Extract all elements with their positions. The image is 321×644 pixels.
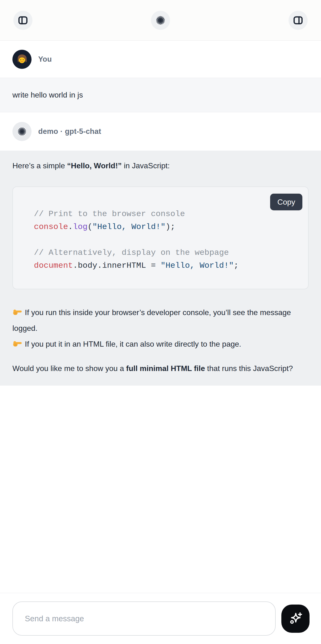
outro-after: that runs this JavaScript? <box>205 364 293 373</box>
assistant-intro-text: Here’s a simple “Hello, World!” in JavaS… <box>12 158 309 174</box>
tip-text: If you run this inside your browser’s de… <box>12 308 291 332</box>
pointing-right-icon <box>12 338 22 348</box>
assistant-message-bubble: Here’s a simple “Hello, World!” in JavaS… <box>0 150 321 386</box>
code-token: ( <box>87 222 92 232</box>
model-home-button[interactable] <box>151 11 170 30</box>
code-token: "Hello, World!" <box>92 222 166 232</box>
code-token: log <box>73 222 87 232</box>
code-comment: // Alternatively, display on the webpage <box>34 248 229 257</box>
message-input[interactable] <box>12 602 276 636</box>
sidebar-toggle-button[interactable] <box>13 11 32 30</box>
assistant-message-header: demo · gpt-5-chat <box>0 112 321 150</box>
panel-right-icon <box>293 15 303 26</box>
assistant-tips: If you run this inside your browser’s de… <box>12 304 309 352</box>
intro-before: Here’s a simple <box>12 161 67 170</box>
intro-bold: “Hello, World!” <box>67 161 122 170</box>
chat-app: You write hello world in js demo · gpt-5… <box>0 0 321 644</box>
code-token: console <box>34 222 68 232</box>
person-emoji-icon <box>15 52 29 66</box>
top-bar <box>0 0 321 41</box>
code-token: . <box>68 222 73 232</box>
tip-line: If you run this inside your browser’s de… <box>12 304 309 336</box>
user-message-text: write hello world in js <box>12 90 83 100</box>
code-token: "Hello, World!" <box>161 261 234 270</box>
assistant-avatar <box>12 122 31 141</box>
code-content: // Print to the browser consoleconsole.l… <box>34 208 299 272</box>
send-button[interactable] <box>281 604 310 633</box>
intro-after: in JavaScript: <box>122 161 170 170</box>
starburst-icon <box>17 126 27 136</box>
code-token: .body.innerHTML = <box>73 261 160 270</box>
code-comment: // Print to the browser console <box>34 210 185 218</box>
user-message-bubble: write hello world in js <box>0 78 321 112</box>
user-message-header: You <box>0 41 321 78</box>
user-name-label: You <box>38 55 52 64</box>
assistant-outro-text: Would you like me to show you a full min… <box>12 360 309 376</box>
sparkle-icon <box>288 611 303 626</box>
tip-text: If you put it in an HTML file, it can al… <box>25 340 241 348</box>
right-panel-toggle-button[interactable] <box>289 11 308 30</box>
assistant-model-label: demo · gpt-5-chat <box>38 127 101 136</box>
user-avatar <box>12 50 31 69</box>
chat-scroll-area[interactable] <box>0 386 321 593</box>
code-token: ); <box>166 222 175 232</box>
code-token: ; <box>234 261 239 270</box>
copy-button[interactable]: Copy <box>270 194 302 210</box>
outro-bold: full minimal HTML file <box>126 364 205 373</box>
tip-line: If you put it in an HTML file, it can al… <box>12 336 309 352</box>
code-token: document <box>34 261 73 270</box>
outro-before: Would you like me to show you a <box>12 364 126 373</box>
starburst-icon <box>155 15 166 26</box>
code-block: Copy // Print to the browser consolecons… <box>12 186 309 289</box>
composer-bar <box>0 593 321 644</box>
panel-left-icon <box>18 15 28 26</box>
pointing-right-icon <box>12 307 22 317</box>
